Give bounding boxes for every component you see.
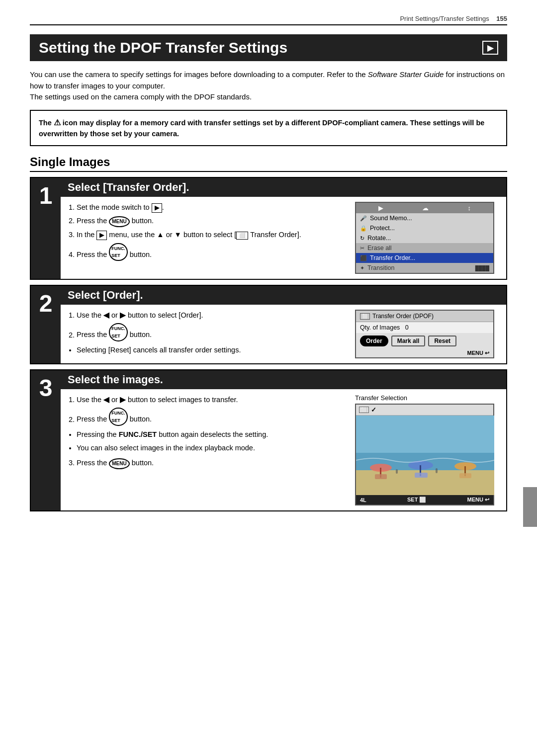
play-icon: ▶ (487, 43, 493, 53)
tab-cloud: ☁ (422, 204, 429, 212)
page-number: 155 (496, 15, 507, 22)
step-3-screen: Transfer Selection ⬜ ✓ (350, 394, 499, 505)
step-1-title: Select [Transfer Order]. (61, 178, 506, 197)
transfer-check: ✓ (371, 406, 376, 414)
step-1-screen: ▶ ☁ ↕ 🎤 Sound Memo... 🔒 Protect... (350, 202, 499, 274)
step-2-inst-1: Use the ◀ or ▶ button to select [Order]. (77, 310, 340, 321)
step-2-block: 2 Select [Order]. Use the ◀ or ▶ button … (30, 285, 507, 364)
order-screen-icon: ⬜ (360, 313, 370, 320)
transfer-badge-row: ⬜ ✓ (356, 405, 493, 416)
page-title: Setting the DPOF Transfer Settings (39, 39, 287, 56)
order-screen-title: Transfer Order (DPOF) (372, 313, 434, 320)
transition-icon: ✦ (360, 265, 364, 271)
step-2-screen: ⬜ Transfer Order (DPOF) Qty. of Images 0… (350, 310, 499, 358)
play-icon-inline2: ▶ (96, 231, 107, 240)
step-2-number: 2 (31, 286, 61, 363)
order-btn-reset[interactable]: Reset (428, 336, 456, 346)
transfer-icon: ⬜ (236, 232, 248, 240)
photo-menu: MENU ↩ (467, 497, 489, 503)
transfer-screen-container: Transfer Selection ⬜ ✓ (355, 394, 494, 505)
step-3-body: Use the ◀ or ▶ button to select images t… (61, 389, 506, 510)
photo-size: 4L (360, 497, 366, 503)
photo-area (356, 416, 494, 495)
play-icon-inline: ▶ (152, 203, 162, 212)
section-heading-single-images: Single Images (30, 155, 507, 172)
menu-item-rotate: ↻ Rotate... (356, 233, 493, 243)
step-3-bullet-2: You can also select images in the index … (77, 442, 340, 454)
svg-rect-13 (436, 468, 438, 473)
step-2-instructions: Use the ◀ or ▶ button to select [Order].… (68, 310, 340, 358)
intro-line4: The settings used on the camera comply w… (30, 92, 252, 101)
tab-sort: ↕ (467, 204, 471, 212)
step-2-title: Select [Order]. (61, 286, 506, 305)
svg-rect-10 (415, 473, 428, 478)
sound-icon: 🎤 (360, 215, 367, 222)
order-btn-markall[interactable]: Mark all (391, 336, 426, 346)
step-3-number: 3 (31, 370, 61, 510)
qty-label: Qty. of Images (360, 324, 403, 331)
beach-photo (356, 416, 494, 495)
step-1-inst-2: Press the MENU button. (77, 215, 340, 227)
section-label: Print Settings/Transfer Settings (400, 15, 489, 22)
menu-icon-inline: MENU (109, 216, 129, 227)
cam-screen-1: ▶ ☁ ↕ 🎤 Sound Memo... 🔒 Protect... (355, 202, 494, 274)
order-screen-buttons: Order Mark all Reset (356, 333, 493, 349)
menu-back: MENU ↩ (467, 350, 489, 356)
transition-bar: ████ (397, 265, 489, 271)
step-2-bullet: Selecting [Reset] cancels all transfer o… (77, 344, 340, 356)
qty-value: 0 (405, 324, 409, 331)
step-1-block: 1 Select [Transfer Order]. Set the mode … (30, 177, 507, 280)
title-bar: Setting the DPOF Transfer Settings ▶ (30, 34, 507, 61)
page-header: Print Settings/Transfer Settings 155 (30, 15, 507, 25)
step-2-body: Use the ◀ or ▶ button to select [Order].… (61, 305, 506, 363)
right-tab (523, 487, 537, 527)
transition-label: Transition (367, 264, 394, 271)
rotate-icon: ↻ (360, 235, 364, 242)
menu-item-transition: ✦ Transition ████ (356, 263, 493, 273)
step-1-inst-3: In the ▶ menu, use the ▲ or ▼ button to … (77, 229, 340, 241)
func-icon-3: FUNC.SET (109, 408, 128, 426)
photo-set: SET ⬜ (407, 497, 426, 503)
intro-text: You can use the camera to specify settin… (30, 69, 507, 103)
transfer-badge-icon: ⬜ (359, 407, 369, 413)
menu-item-sound: 🎤 Sound Memo... (356, 213, 493, 223)
transfer-screen-label: Transfer Selection (355, 394, 494, 402)
step-1-body: Set the mode switch to ▶. Press the MENU… (61, 197, 506, 279)
svg-rect-9 (375, 474, 387, 479)
step-2-content: Select [Order]. Use the ◀ or ▶ button to… (61, 286, 506, 363)
step-3-inst-3: Press the MENU button. (77, 457, 340, 469)
play-mode-icon: ▶ (482, 41, 498, 55)
step-3-inst-2: Press the FUNC.SET button. (77, 408, 340, 426)
step-3-instructions: Use the ◀ or ▶ button to select images t… (68, 394, 340, 505)
erase-icon: ✂ (360, 245, 364, 252)
svg-rect-11 (459, 473, 471, 478)
tab-play: ▶ (378, 204, 383, 212)
svg-rect-12 (396, 469, 398, 474)
order-screen: ⬜ Transfer Order (DPOF) Qty. of Images 0… (355, 310, 494, 358)
intro-line1: You can use the camera to specify settin… (30, 70, 505, 90)
cam-screen-header-1: ▶ ☁ ↕ (356, 203, 493, 213)
protect-label: Protect... (370, 225, 395, 232)
rotate-label: Rotate... (367, 235, 391, 242)
transfer-screen: ⬜ ✓ (355, 404, 494, 505)
func-icon-inline: FUNC.SET (109, 243, 128, 261)
step-1-inst-4: Press the FUNC.SET button. (77, 243, 340, 261)
sound-label: Sound Memo... (370, 215, 412, 222)
photo-footer: 4L SET ⬜ MENU ↩ (356, 495, 493, 504)
step-3-content: Select the images. Use the ◀ or ▶ button… (61, 370, 506, 510)
step-1-content: Select [Transfer Order]. Set the mode sw… (61, 178, 506, 279)
func-icon-2: FUNC.SET (109, 323, 128, 341)
svg-rect-0 (356, 416, 494, 455)
step-3-block: 3 Select the images. Use the ◀ or ▶ butt… (30, 369, 507, 511)
transfer-label: Transfer Order... (370, 254, 415, 261)
order-screen-header: ⬜ Transfer Order (DPOF) (356, 311, 493, 322)
transfer-icon-cam: ⬛ (360, 255, 367, 261)
erase-label: Erase all (367, 245, 392, 252)
page: Print Settings/Transfer Settings 155 Set… (0, 0, 537, 756)
menu-item-erase: ✂ Erase all (356, 243, 493, 253)
order-btn-order[interactable]: Order (360, 336, 388, 346)
warning-text: The ⚠ icon may display for a memory card… (39, 119, 484, 138)
step-1-instructions: Set the mode switch to ▶. Press the MENU… (68, 202, 340, 274)
step-1-inst-1: Set the mode switch to ▶. (77, 202, 340, 213)
menu-item-protect: 🔒 Protect... (356, 223, 493, 233)
